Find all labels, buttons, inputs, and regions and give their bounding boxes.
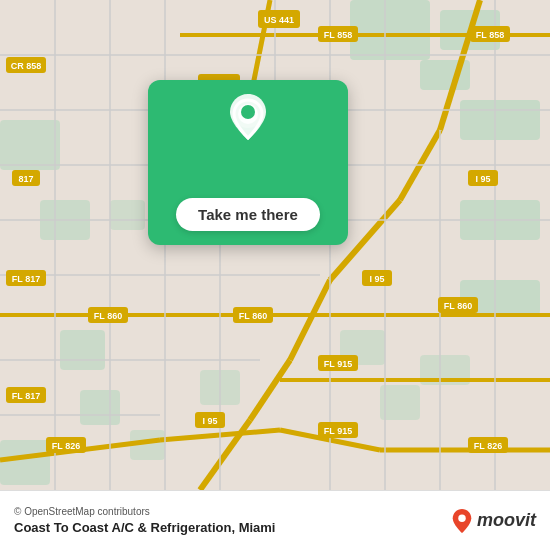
svg-point-92 [458, 514, 465, 521]
svg-text:FL 860: FL 860 [444, 301, 472, 311]
bottom-info: © OpenStreetMap contributors Coast To Co… [14, 506, 275, 535]
svg-text:US 441: US 441 [264, 15, 294, 25]
bottom-bar: © OpenStreetMap contributors Coast To Co… [0, 490, 550, 550]
svg-text:FL 817: FL 817 [12, 391, 40, 401]
svg-text:FL 817: FL 817 [12, 274, 40, 284]
svg-text:FL 826: FL 826 [52, 441, 80, 451]
svg-text:FL 858: FL 858 [476, 30, 504, 40]
moovit-pin-icon [451, 508, 473, 534]
svg-text:I 95: I 95 [369, 274, 384, 284]
svg-text:FL 915: FL 915 [324, 426, 352, 436]
moovit-brand-text: moovit [477, 510, 536, 531]
svg-point-91 [241, 105, 255, 119]
svg-text:I 95: I 95 [475, 174, 490, 184]
svg-rect-11 [0, 440, 50, 485]
svg-rect-14 [380, 385, 420, 420]
svg-rect-10 [80, 390, 120, 425]
svg-rect-1 [350, 0, 430, 60]
osm-attribution: © OpenStreetMap contributors [14, 506, 275, 517]
svg-text:FL 860: FL 860 [94, 311, 122, 321]
map-view: US 441 US 441 FL 858 FL 858 CR 858 FL 85… [0, 0, 550, 490]
location-name: Coast To Coast A/C & Refrigeration, Miam… [14, 520, 275, 535]
marker-card: Take me there [148, 80, 348, 245]
moovit-logo: moovit [451, 508, 536, 534]
take-me-there-button[interactable]: Take me there [176, 198, 320, 231]
svg-rect-4 [460, 100, 540, 140]
svg-text:I 95: I 95 [202, 416, 217, 426]
svg-rect-7 [0, 120, 60, 170]
svg-text:817: 817 [18, 174, 33, 184]
svg-rect-9 [60, 330, 105, 370]
svg-text:CR 858: CR 858 [11, 61, 42, 71]
svg-text:FL 858: FL 858 [324, 30, 352, 40]
location-pin-icon-2 [226, 92, 270, 142]
svg-rect-12 [110, 200, 145, 230]
svg-text:FL 826: FL 826 [474, 441, 502, 451]
svg-text:FL 860: FL 860 [239, 311, 267, 321]
svg-text:FL 915: FL 915 [324, 359, 352, 369]
